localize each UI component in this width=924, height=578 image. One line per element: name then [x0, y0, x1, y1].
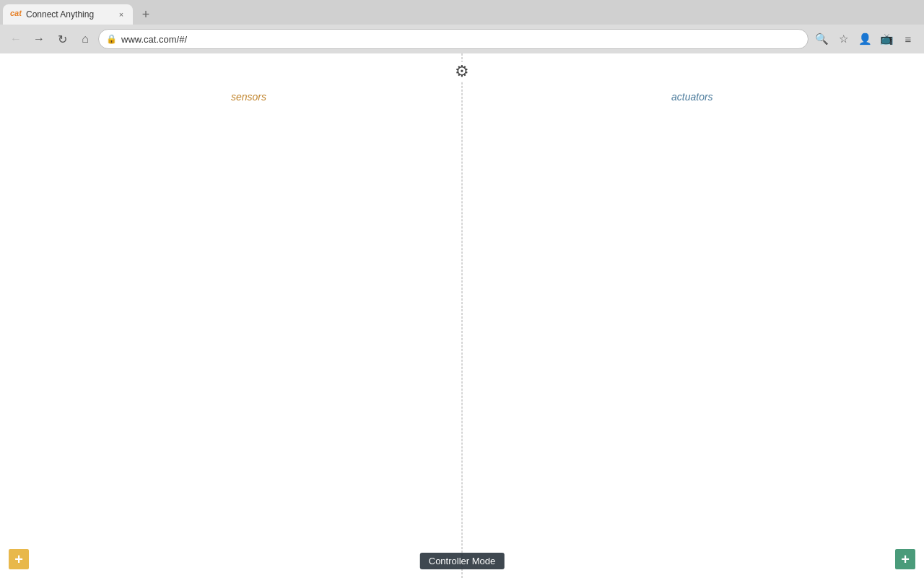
bookmark-icon[interactable]: ☆ — [833, 29, 853, 49]
menu-icon[interactable]: ≡ — [898, 29, 918, 49]
cast-icon[interactable]: 📺 — [876, 29, 897, 49]
address-bar[interactable]: 🔒 www.cat.com/#/ — [98, 29, 808, 49]
tab-close-button[interactable]: × — [116, 9, 127, 20]
controller-mode-badge: Controller Mode — [420, 553, 505, 569]
nav-right-icons: 🔍 ☆ 👤 📺 ≡ — [811, 29, 918, 49]
actuators-label: actuators — [671, 91, 713, 103]
sensors-label: sensors — [231, 91, 266, 103]
browser-chrome: cat Connect Anything × + ← → ↻ ⌂ 🔒 www.c… — [0, 0, 924, 53]
address-text: www.cat.com/#/ — [121, 34, 801, 45]
active-tab[interactable]: cat Connect Anything × — [3, 4, 133, 25]
gear-icon[interactable]: ⚙ — [452, 62, 472, 81]
search-icon[interactable]: 🔍 — [811, 29, 832, 49]
add-sensor-button[interactable]: + — [9, 549, 29, 569]
tab-title: Connect Anything — [26, 9, 111, 20]
reload-button[interactable]: ↻ — [52, 29, 72, 49]
account-icon[interactable]: 👤 — [855, 29, 875, 49]
add-actuator-button[interactable]: + — [895, 549, 915, 569]
tab-bar: cat Connect Anything × + — [0, 0, 924, 25]
home-button[interactable]: ⌂ — [75, 29, 95, 49]
tab-favicon: cat — [10, 9, 22, 20]
back-button[interactable]: ← — [6, 29, 26, 49]
forward-button[interactable]: → — [29, 29, 49, 49]
center-divider-line — [462, 53, 463, 578]
address-bar-security-icon: 🔒 — [106, 34, 117, 44]
new-tab-button[interactable]: + — [136, 4, 156, 25]
page-content: ⚙ sensors actuators Controller Mode + + — [0, 53, 924, 578]
nav-bar: ← → ↻ ⌂ 🔒 www.cat.com/#/ 🔍 ☆ 👤 📺 ≡ — [0, 25, 924, 53]
